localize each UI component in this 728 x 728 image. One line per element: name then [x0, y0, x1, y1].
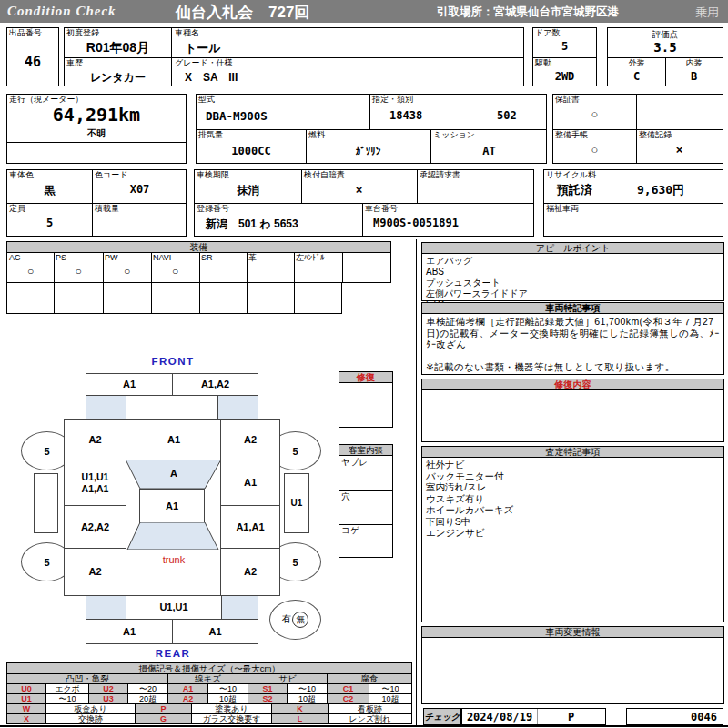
doors-drive-box: ドア数 5 駆動 2WD — [532, 27, 597, 86]
assessment-item: 社外ナビ — [426, 460, 720, 470]
exterior-label: 外装 — [608, 59, 665, 68]
panel-rear-bumper-right: A1 — [172, 619, 258, 644]
interior-value: B — [665, 70, 723, 83]
displacement-value: 1000CC — [197, 145, 306, 157]
class-label: 指定・類別 — [372, 96, 413, 105]
equip-pw-mark: ○ — [103, 265, 151, 278]
panel-trunk: trunk — [126, 550, 222, 596]
legend-value: 10超 — [208, 694, 248, 704]
legend-title: 損傷記号＆損傷サイズ（〜最大cm） — [7, 663, 412, 674]
cabin-item-tear: ヤブレ — [341, 458, 368, 467]
legend-value: 塗装あり — [192, 704, 272, 714]
panel-rear-panel: U1,U1 — [126, 595, 222, 620]
legend-value: 〜20 — [128, 684, 168, 694]
displacement-label: 排気量 — [198, 131, 223, 140]
model-code-label: 型式 — [198, 96, 215, 105]
assessment-item: 下回りS中 — [426, 517, 720, 528]
legend-group-corrosion: 腐食 — [328, 674, 412, 684]
panel-rear-pillar-right — [221, 595, 258, 620]
legend-value: 10超 — [288, 694, 328, 704]
cabin-item-burn: コゲ — [341, 526, 359, 535]
legend-value: ガラス交換要す — [192, 714, 272, 724]
equip-sr-label: SR — [201, 254, 213, 263]
spare-have-label: 有 — [282, 613, 292, 626]
chassis-value: M900S-0051891 — [373, 217, 459, 229]
panel-rear-door-left: A2,A2 — [64, 505, 126, 549]
legend-code: L — [272, 714, 329, 724]
model-name-label: 車種名 — [175, 29, 199, 38]
mileage-box: 走行（現メーター） 64,291km 不明 — [6, 94, 187, 164]
usage-type: 乗用 — [695, 5, 719, 21]
legend-value: 10超 — [369, 694, 412, 704]
check-date: 2024/08/19 — [462, 711, 537, 723]
color-code-label: 色コード — [95, 171, 127, 180]
appeal-item: エアバッグ — [426, 256, 720, 266]
front-door-left-line2: A1,A1 — [82, 483, 109, 494]
legend-value: レンズ割れ — [329, 714, 412, 724]
model-code-value: DBA-M900S — [206, 109, 268, 123]
score-box: 評価点 3.5 外装 C 内装 B — [607, 27, 723, 86]
cabin-item-hole: 穴 — [341, 492, 350, 501]
lot-number-label: 出品番号 — [9, 29, 42, 38]
equip-ps-mark: ○ — [54, 265, 103, 278]
notes-body: 車検証備考欄［走行距離記録最大値］61,700km(令和３年７月27日)の記載有… — [421, 313, 724, 375]
legend-value: 〜10 — [208, 684, 248, 694]
maintenance-book-label: 整備手帳 — [555, 131, 588, 140]
legend-value: 〜10 — [288, 684, 328, 694]
legend-code: S2 — [248, 694, 288, 704]
legend-group-rust: サビ — [248, 674, 328, 684]
equip-ac-mark: ○ — [7, 265, 54, 278]
panel-divider — [416, 239, 417, 725]
check-label-cell: チェック — [423, 708, 461, 725]
legend-code: C1 — [328, 684, 369, 694]
legend-value: 板金あり — [46, 704, 136, 714]
panel-rear-pillar-left — [86, 595, 126, 620]
reg-number-label: 登録番号 — [197, 205, 229, 214]
equip-ac-label: AC — [9, 254, 21, 263]
doors-label: ドア数 — [535, 29, 560, 38]
panel-front-door-left: U1,U1 A1,A1 — [64, 460, 126, 506]
legend-code: A2 — [168, 694, 208, 704]
history-value: レンタカー — [65, 70, 171, 86]
panel-front-bumper-left: A1 — [86, 373, 173, 396]
notes-text: 車検証備考欄［走行距離記録最大値］61,700km(令和３年７月27日)の記載有… — [426, 316, 720, 350]
damage-mark-legend: W 板金あり P 塗装あり K 看板跡 X 交換跡 G ガラス交換要す L レン… — [6, 703, 412, 724]
class-number: 18438 — [389, 109, 422, 122]
legend-code: P — [136, 704, 192, 714]
auction-condition-sheet: Condition Check 仙台入札会 727回 引取場所：宮城県仙台市宮城… — [0, 0, 728, 728]
recycle-status: 預託済 — [557, 182, 592, 198]
legend-value: エクボ — [46, 684, 89, 694]
recycle-label: リサイクル料 — [546, 171, 596, 180]
assessment-item: エンジンサビ — [426, 528, 720, 539]
appeal-item: 左側パワースライドドア — [426, 288, 720, 298]
appeal-item: ABS — [426, 267, 720, 277]
legend-code: S1 — [248, 684, 288, 694]
maintenance-record-mark: × — [636, 143, 723, 157]
header-bar: Condition Check 仙台入札会 727回 引取場所：宮城県仙台市宮城… — [0, 0, 728, 23]
front-door-left-line1: U1,U1 — [82, 471, 109, 482]
mission-label: ミッション — [433, 131, 475, 140]
panel-quarter-right: A2 — [220, 548, 280, 596]
check-date-box: 2024/08/19 P — [461, 708, 606, 725]
panel-front-door-right: A1 — [220, 460, 280, 506]
history-label: 車歴 — [66, 59, 83, 68]
spare-none-label: 無 — [292, 612, 308, 628]
capacity-label: 定員 — [9, 205, 25, 214]
sheet-bottom-border — [0, 725, 728, 727]
change-info-body — [421, 637, 724, 704]
assessment-item: ホイールカバーキズ — [426, 505, 720, 516]
lot-number-box: 出品番号 46 — [6, 27, 59, 86]
panel-windshield: A — [126, 468, 222, 479]
repair-details-body — [421, 389, 724, 442]
documents-box: 保証書 ○ 整備手帳 ○ 整備記録 × — [552, 94, 723, 164]
panel-front-bumper-right: A1,A2 — [172, 373, 258, 396]
drive-label: 駆動 — [535, 59, 551, 68]
legend-group-dent: 凸凹・亀裂 — [7, 674, 168, 684]
fuel-label: 燃料 — [308, 131, 325, 140]
lot-number-value: 46 — [7, 54, 58, 70]
maintenance-record-label: 整備記録 — [639, 131, 672, 140]
color-capacity-box: 車体色 黒 色コード X07 定員 5 積載量 — [6, 169, 187, 237]
grade-value: X SA III — [185, 70, 238, 86]
equip-lhd-label: 左ﾊﾝﾄﾞﾙ — [296, 254, 325, 263]
panel-front-fender-right: A2 — [220, 419, 280, 460]
